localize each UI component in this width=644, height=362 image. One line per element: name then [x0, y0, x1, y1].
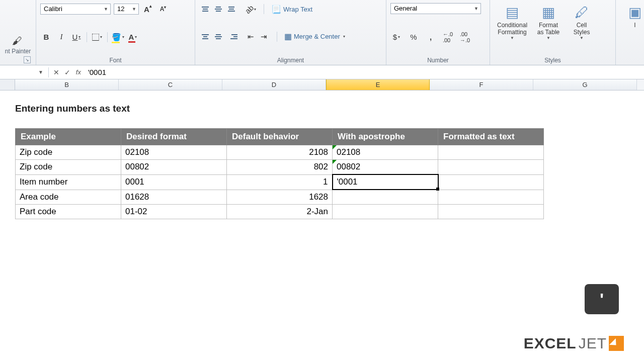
worksheet[interactable]: Entering numbers as text ExampleDesired …: [0, 90, 644, 219]
logo-mark-icon: [609, 336, 624, 351]
clipboard-group: 🖌 nt Painter ↘: [0, 0, 36, 65]
cell[interactable]: Zip code: [16, 160, 121, 175]
column-headers: BCDEFG: [0, 79, 644, 90]
conditional-formatting-icon: ▤: [506, 4, 519, 21]
fill-color-button[interactable]: 🪣: [112, 31, 124, 43]
table-row: Item number00011'0001: [16, 174, 544, 190]
conditional-formatting-button[interactable]: ▤ Conditional Formatting ▼: [494, 3, 530, 41]
clipboard-group-label: ↘: [4, 55, 32, 65]
increase-decimal-button[interactable]: ←.0.00: [442, 31, 454, 43]
alignment-group: ab 📃Wrap Text ⇤ ⇥ ▦Merge & Center Alignm…: [195, 0, 386, 65]
data-table: ExampleDesired formatDefault behaviorWit…: [15, 128, 544, 219]
percent-button[interactable]: %: [408, 31, 420, 43]
table-row: Part code01-022-Jan: [16, 204, 544, 219]
cancel-edit-button[interactable]: ✕: [51, 68, 62, 76]
align-bottom-button[interactable]: [225, 4, 237, 14]
currency-button[interactable]: $: [390, 31, 403, 43]
cell[interactable]: '0001: [333, 174, 438, 190]
cell[interactable]: [438, 145, 544, 160]
format-painter-button[interactable]: 🖌: [4, 35, 32, 47]
cell[interactable]: 802: [227, 160, 333, 175]
grow-font-button[interactable]: A▴: [142, 3, 154, 15]
select-all-corner[interactable]: [0, 79, 15, 90]
align-left-button[interactable]: [199, 32, 211, 42]
cell[interactable]: [438, 190, 544, 204]
insert-button-partial[interactable]: ▣ I: [620, 3, 644, 30]
cell[interactable]: Part code: [16, 204, 121, 219]
wrap-text-button[interactable]: 📃Wrap Text: [271, 3, 312, 15]
align-top-button[interactable]: [199, 4, 211, 14]
keycap-overlay: ': [585, 284, 619, 314]
cell[interactable]: 1628: [227, 190, 333, 204]
cell[interactable]: 0001: [121, 174, 227, 190]
cell[interactable]: 2108: [227, 145, 333, 160]
font-name-select[interactable]: Calibri ▼: [40, 4, 111, 15]
format-as-table-label: Format as Table: [537, 22, 559, 36]
table-row: Zip code0080280200802: [16, 160, 544, 175]
cell[interactable]: Zip code: [16, 145, 121, 160]
column-header-E[interactable]: E: [326, 79, 430, 90]
table-header[interactable]: With apostrophe: [333, 129, 438, 145]
align-center-button[interactable]: [212, 32, 224, 42]
logo-text-b: JET: [579, 335, 607, 352]
number-group: General ▼ $ % , ←.0.00 .00→.0 Number: [386, 0, 490, 65]
column-header-F[interactable]: F: [430, 79, 533, 90]
cell[interactable]: 01-02: [121, 204, 227, 219]
table-header[interactable]: Formatted as text: [438, 129, 544, 145]
text-indicator-icon: [333, 145, 337, 149]
cell[interactable]: 02108: [333, 145, 438, 160]
shrink-font-button[interactable]: A▾: [157, 3, 169, 15]
confirm-edit-button[interactable]: ✓: [62, 68, 73, 76]
insert-function-button[interactable]: fx: [73, 68, 84, 76]
font-size-select[interactable]: 12 ▼: [114, 4, 139, 15]
cell[interactable]: 00802: [121, 160, 227, 175]
decrease-indent-button[interactable]: ⇤: [245, 31, 257, 43]
styles-group-label: Styles: [494, 55, 611, 65]
cell[interactable]: 2-Jan: [227, 204, 333, 219]
table-header[interactable]: Example: [16, 129, 121, 145]
exceljet-logo: EXCELJET: [524, 335, 624, 352]
cell[interactable]: [438, 174, 544, 190]
comma-button[interactable]: ,: [425, 31, 437, 43]
underline-button[interactable]: U: [70, 31, 83, 43]
table-header[interactable]: Default behavior: [227, 129, 333, 145]
align-right-button[interactable]: [225, 32, 237, 42]
increase-indent-button[interactable]: ⇥: [258, 31, 270, 43]
cell[interactable]: 01628: [121, 190, 227, 204]
cell[interactable]: Item number: [16, 174, 121, 190]
formula-input[interactable]: [84, 67, 644, 77]
merge-center-button[interactable]: ▦Merge & Center: [284, 31, 345, 43]
cell[interactable]: Area code: [16, 190, 121, 204]
cell[interactable]: [438, 160, 544, 175]
cell[interactable]: 00802: [333, 160, 438, 175]
cell[interactable]: [333, 204, 438, 219]
format-as-table-button[interactable]: ▦ Format as Table ▼: [533, 3, 564, 41]
cell-styles-button[interactable]: 🖊 Cell Styles ▼: [567, 3, 597, 41]
number-format-select[interactable]: General ▼: [390, 3, 481, 14]
cell[interactable]: 1: [227, 174, 333, 190]
number-format-value: General: [394, 5, 417, 12]
name-box-dropdown[interactable]: ▼: [38, 69, 43, 75]
cell[interactable]: [333, 190, 438, 204]
font-group-label: Font: [40, 55, 191, 65]
ribbon: 🖌 nt Painter ↘ Calibri ▼ 12 ▼ A▴ A▾ B I …: [0, 0, 644, 65]
table-header[interactable]: Desired format: [121, 129, 227, 145]
chevron-down-icon: ▼: [474, 6, 478, 11]
clipboard-dialog-launcher[interactable]: ↘: [24, 56, 31, 63]
column-header-C[interactable]: C: [119, 79, 222, 90]
italic-button[interactable]: I: [55, 31, 67, 43]
align-middle-button[interactable]: [212, 4, 224, 14]
column-header-B[interactable]: B: [15, 79, 119, 90]
decrease-decimal-button[interactable]: .00→.0: [459, 31, 471, 43]
column-header-G[interactable]: G: [533, 79, 637, 90]
font-color-button[interactable]: A: [127, 31, 139, 43]
table-row: Area code016281628: [16, 190, 544, 204]
orientation-button[interactable]: ab: [245, 3, 257, 15]
fill-handle[interactable]: [436, 188, 439, 191]
column-header-D[interactable]: D: [222, 79, 326, 90]
cell[interactable]: [438, 204, 544, 219]
bold-button[interactable]: B: [40, 31, 52, 43]
cell[interactable]: 02108: [121, 145, 227, 160]
borders-button[interactable]: [91, 31, 103, 43]
alignment-group-label: Alignment: [199, 55, 382, 65]
